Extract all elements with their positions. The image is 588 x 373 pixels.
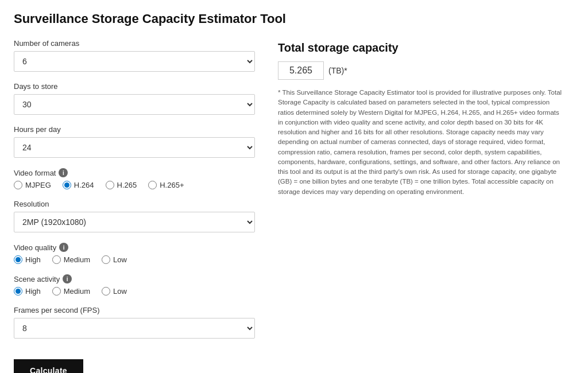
video-format-mjpeg-radio[interactable] [14, 181, 22, 189]
video-quality-low[interactable]: Low [102, 255, 127, 264]
hours-label: Hours per day [14, 125, 255, 134]
video-quality-label: Video quality i [14, 243, 255, 252]
days-select[interactable]: 30 71421 6090120180365 [14, 94, 255, 115]
scene-activity-info-icon[interactable]: i [63, 274, 72, 283]
video-quality-field-group: Video quality i High Medium Low [14, 243, 255, 264]
scene-activity-radio-group: High Medium Low [14, 287, 255, 296]
video-format-field-group: Video format i MJPEG H.264 H.265 [14, 168, 255, 189]
cameras-field-group: Number of cameras 6 12345 8101216 202432 [14, 39, 255, 72]
days-field-group: Days to store 30 71421 6090120180365 [14, 82, 255, 115]
video-quality-info-icon[interactable]: i [59, 243, 68, 252]
scene-activity-medium-radio[interactable] [52, 287, 61, 296]
video-quality-high-radio[interactable] [14, 255, 22, 264]
scene-activity-label: Scene activity i [14, 274, 255, 283]
storage-value: 5.265 [278, 61, 324, 80]
scene-activity-field-group: Scene activity i High Medium Low [14, 274, 255, 296]
scene-activity-high[interactable]: High [14, 287, 41, 296]
fps-label: Frames per second (FPS) [14, 306, 255, 314]
video-quality-radio-group: High Medium Low [14, 255, 255, 264]
video-format-h265plus[interactable]: H.265+ [148, 181, 184, 189]
video-format-h265-radio[interactable] [106, 181, 114, 189]
fps-field-group: Frames per second (FPS) 8 12456 10121520… [14, 306, 255, 339]
hours-select[interactable]: 24 12468 1012161820 [14, 137, 255, 158]
calculate-button[interactable]: Calculate [14, 359, 83, 373]
days-label: Days to store [14, 82, 255, 91]
storage-unit: (TB)* [328, 66, 347, 75]
scene-activity-low[interactable]: Low [102, 287, 127, 296]
cameras-select[interactable]: 6 12345 8101216 202432 [14, 51, 255, 72]
video-format-label: Video format i [14, 168, 255, 177]
video-quality-medium[interactable]: Medium [52, 255, 90, 264]
video-format-radio-group: MJPEG H.264 H.265 H.265+ [14, 181, 255, 189]
resolution-field-group: Resolution 2MP (1920x1080) 4MP (2560x144… [14, 200, 255, 232]
hours-field-group: Hours per day 24 12468 1012161820 [14, 125, 255, 158]
resolution-select[interactable]: 2MP (1920x1080) 4MP (2560x1440) 4K (3840… [14, 212, 255, 232]
video-format-mjpeg[interactable]: MJPEG [14, 181, 51, 189]
disclaimer-text: * This Surveillance Storage Capacity Est… [278, 88, 565, 197]
video-quality-medium-radio[interactable] [52, 255, 61, 264]
page-title: Surveillance Storage Capacity Estimator … [14, 11, 574, 26]
total-storage-label: Total storage capacity [278, 41, 574, 55]
video-format-info-icon[interactable]: i [59, 168, 68, 177]
resolution-label: Resolution [14, 200, 255, 208]
total-storage-section: Total storage capacity 5.265 (TB)* * Thi… [278, 41, 574, 197]
video-quality-high[interactable]: High [14, 255, 41, 264]
scene-activity-medium[interactable]: Medium [52, 287, 90, 296]
video-format-h265[interactable]: H.265 [106, 181, 137, 189]
storage-result-row: 5.265 (TB)* [278, 61, 574, 80]
video-format-h264[interactable]: H.264 [63, 181, 94, 189]
fps-select[interactable]: 8 12456 101215202530 [14, 318, 255, 339]
video-format-h264-radio[interactable] [63, 181, 71, 189]
cameras-label: Number of cameras [14, 39, 255, 48]
scene-activity-high-radio[interactable] [14, 287, 22, 296]
video-quality-low-radio[interactable] [102, 255, 110, 264]
video-format-h265plus-radio[interactable] [148, 181, 157, 189]
scene-activity-low-radio[interactable] [102, 287, 110, 296]
